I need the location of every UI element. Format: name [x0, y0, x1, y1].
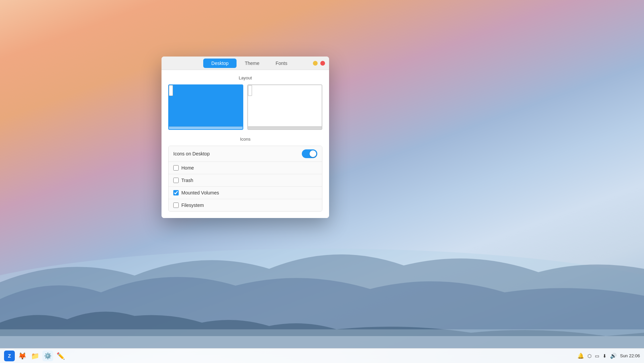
icons-on-desktop-label: Icons on Desktop: [173, 151, 210, 156]
preferences-dialog: Desktop Theme Fonts − × Layout: [162, 57, 329, 218]
filesystem-label[interactable]: Filesystem: [173, 203, 204, 208]
minimize-button[interactable]: −: [313, 61, 318, 66]
system-datetime: Sun 22:06: [620, 353, 640, 358]
download-icon[interactable]: ⬇: [603, 353, 607, 359]
trash-row: Trash: [169, 174, 322, 187]
taskbar-app-5[interactable]: ✏️: [55, 351, 66, 361]
preview-taskbar-2: [248, 126, 322, 129]
trash-label[interactable]: Trash: [173, 178, 193, 183]
home-checkbox[interactable]: [173, 165, 179, 171]
icons-section: Icons on Desktop Home Trash: [168, 146, 322, 212]
volume-icon[interactable]: 🔊: [610, 353, 617, 359]
layout-option-2[interactable]: [247, 84, 322, 130]
layout-section-title: Layout: [168, 75, 322, 80]
mounted-volumes-row: Mounted Volumes: [169, 187, 322, 199]
preview-window-2: [248, 85, 252, 96]
taskbar-left: Z 🦊 📁 ⚙️ ✏️: [4, 351, 577, 361]
icons-on-desktop-toggle[interactable]: [302, 149, 317, 158]
preview-window-1: [169, 85, 173, 96]
taskbar-app-settings[interactable]: ⚙️: [42, 351, 53, 361]
home-row: Home: [169, 162, 322, 174]
tab-fonts[interactable]: Fonts: [267, 59, 295, 68]
layout-options: [168, 84, 322, 130]
icons-section-title: Icons: [168, 137, 322, 142]
dialog-tabs: Desktop Theme Fonts: [186, 59, 313, 68]
filesystem-checkbox[interactable]: [173, 203, 179, 208]
tab-desktop[interactable]: Desktop: [203, 59, 237, 68]
bluetooth-icon[interactable]: ⬡: [587, 353, 592, 359]
toggle-slider: [302, 149, 317, 158]
notification-bell-icon[interactable]: 🔔: [577, 353, 584, 359]
taskbar-app-files[interactable]: 📁: [30, 351, 40, 361]
tab-theme[interactable]: Theme: [237, 59, 267, 68]
layout-preview-white: [248, 85, 322, 129]
home-label[interactable]: Home: [173, 165, 194, 171]
mounted-volumes-label[interactable]: Mounted Volumes: [173, 190, 219, 195]
preview-taskbar-1: [169, 126, 243, 129]
mounted-volumes-checkbox[interactable]: [173, 190, 179, 195]
dialog-controls: − ×: [313, 61, 325, 66]
dialog-content: Layout: [162, 70, 329, 218]
close-button[interactable]: ×: [320, 61, 325, 66]
layout-preview-blue: [169, 85, 243, 129]
screen-icon[interactable]: ▭: [595, 353, 599, 359]
taskbar-app-firefox[interactable]: 🦊: [17, 351, 28, 361]
dialog-titlebar: Desktop Theme Fonts − ×: [162, 57, 329, 70]
icons-on-desktop-row: Icons on Desktop: [169, 146, 322, 162]
layout-option-1[interactable]: [168, 84, 243, 130]
svg-rect-2: [0, 336, 644, 350]
trash-checkbox[interactable]: [173, 178, 179, 183]
taskbar-app-zorin[interactable]: Z: [4, 351, 15, 361]
taskbar: Z 🦊 📁 ⚙️ ✏️ 🔔 ⬡ ▭ ⬇ 🔊 Sun 22:06: [0, 348, 644, 363]
taskbar-right: 🔔 ⬡ ▭ ⬇ 🔊 Sun 22:06: [577, 353, 640, 359]
mountain-silhouette: [0, 215, 644, 350]
filesystem-row: Filesystem: [169, 199, 322, 211]
